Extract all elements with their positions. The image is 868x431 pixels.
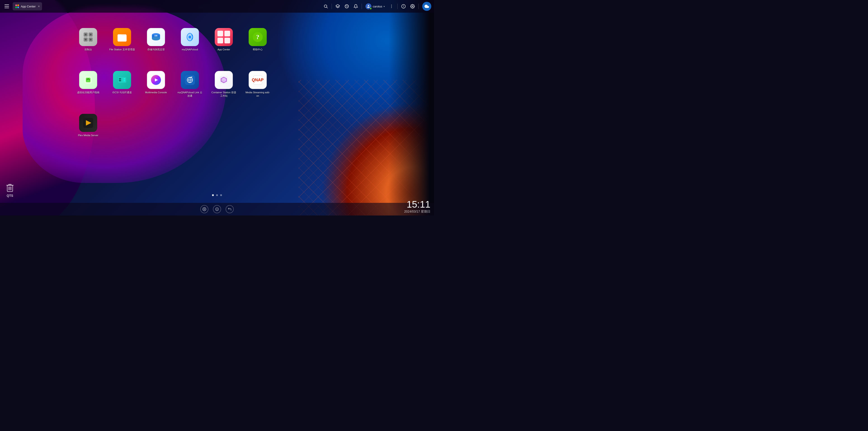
bottom-bar xyxy=(0,203,434,216)
user-menu[interactable]: + carolus ▾ xyxy=(364,2,386,10)
svg-point-56 xyxy=(215,208,219,211)
trash-icon xyxy=(4,182,16,193)
hamburger-line-2 xyxy=(4,6,9,6)
hamburger-menu-button[interactable] xyxy=(3,2,11,10)
app-item-file-station[interactable]: File Station 文件管理器 xyxy=(106,26,138,67)
app-label-file-station: File Station 文件管理器 xyxy=(109,48,135,51)
app-item-container[interactable]: Container Station 容器工作站 xyxy=(208,69,240,110)
app-label-myqnap-link: myQNAPcloud Link 云连通 xyxy=(176,91,204,98)
grid-cell-3 xyxy=(16,6,17,8)
svg-point-27 xyxy=(188,36,191,38)
bottom-face-icon xyxy=(215,207,219,211)
svg-point-19 xyxy=(85,39,87,40)
bottom-back-icon xyxy=(228,207,232,211)
svg-point-25 xyxy=(152,37,160,40)
bottom-icon-1[interactable] xyxy=(200,205,209,213)
app-grid: 控制台File Station 文件管理器DB存储与快照总管myQNAPclou… xyxy=(72,26,416,153)
divider-2 xyxy=(362,4,362,9)
app-label-virt-guide: 虚拟化功能用户指南 xyxy=(77,91,99,94)
app-center-tab[interactable]: App Center × xyxy=(13,2,42,10)
cloud-button[interactable] xyxy=(422,2,431,11)
info-button[interactable] xyxy=(399,2,408,10)
app-item-storage[interactable]: DB存储与快照总管 xyxy=(140,26,172,67)
svg-rect-32 xyxy=(118,77,126,83)
svg-point-5 xyxy=(368,5,369,6)
clock-date: 2024/03/17 星期日 xyxy=(404,210,430,214)
more-icon xyxy=(389,4,394,8)
app-label-container: Container Station 容器工作站 xyxy=(210,91,237,98)
app-item-myqnap-link[interactable]: myQNAPcloud Link 云连通 xyxy=(174,69,206,110)
divider-3 xyxy=(397,4,398,9)
app-label-plex: Plex Media Server xyxy=(78,134,98,137)
dock-dot-3[interactable] xyxy=(220,194,222,196)
notification-button[interactable] xyxy=(352,2,360,10)
app-label-myqnapcloud: myQNAPcloud xyxy=(182,48,198,51)
desktop: 控制台File Station 文件管理器DB存储与快照总管myQNAPclou… xyxy=(0,13,434,216)
user-plus-badge: + xyxy=(370,7,372,10)
app-label-app-center: App Center xyxy=(217,48,230,51)
svg-text:DB: DB xyxy=(155,35,158,37)
svg-point-0 xyxy=(324,5,327,7)
info-icon xyxy=(401,4,406,8)
search-icon xyxy=(323,4,328,8)
svg-marker-2 xyxy=(336,4,340,7)
activity-button[interactable] xyxy=(343,2,351,10)
layers-icon xyxy=(336,4,340,8)
app-item-control-panel[interactable]: 控制台 xyxy=(72,26,104,67)
svg-point-6 xyxy=(391,5,392,5)
hamburger-line-1 xyxy=(4,4,9,5)
app-item-virt-guide[interactable]: 虚拟化功能用户指南 xyxy=(72,69,104,110)
hamburger-line-3 xyxy=(4,8,9,8)
svg-point-55 xyxy=(204,209,205,210)
app-center-tab-icon-grid xyxy=(16,4,19,8)
dock-dot-1[interactable] xyxy=(212,194,214,196)
svg-line-1 xyxy=(327,7,328,8)
app-item-plex[interactable]: Plex Media Server xyxy=(72,112,104,153)
app-item-iscsi[interactable]: iSCSI 与光纤通道 xyxy=(106,69,138,110)
bottom-icon-3[interactable] xyxy=(225,205,234,213)
bell-icon xyxy=(353,4,358,8)
svg-point-18 xyxy=(90,34,92,35)
clock-time: 15:11 xyxy=(404,200,430,209)
clock-widget: 15:11 2024/03/17 星期日 xyxy=(404,200,430,214)
grid-cell-4 xyxy=(18,6,19,8)
bottom-icon-2[interactable] xyxy=(213,205,221,213)
gear-icon xyxy=(410,4,415,8)
tab-close-button[interactable]: × xyxy=(38,4,40,8)
svg-rect-34 xyxy=(119,80,121,81)
bottom-settings-icon xyxy=(202,207,206,211)
divider-1 xyxy=(332,4,332,9)
svg-point-36 xyxy=(124,80,125,81)
svg-point-12 xyxy=(412,6,413,7)
svg-point-7 xyxy=(391,6,392,7)
svg-point-35 xyxy=(124,78,125,79)
svg-rect-33 xyxy=(119,78,121,79)
dock-page-dots xyxy=(0,194,434,196)
app-item-help[interactable]: ?帮助中心 xyxy=(242,26,274,67)
app-label-iscsi: iSCSI 与光纤通道 xyxy=(112,91,132,94)
taskbar-right: + carolus ▾ xyxy=(322,2,431,11)
layers-button[interactable] xyxy=(334,2,342,10)
app-item-media-streaming[interactable]: QNAPMedia Streaming add-on xyxy=(242,69,274,110)
taskbar: App Center × xyxy=(0,0,434,13)
svg-point-20 xyxy=(90,39,92,40)
svg-point-17 xyxy=(85,34,87,35)
user-name-label: carolus xyxy=(373,5,382,8)
grid-cell-2 xyxy=(18,4,19,6)
settings-button[interactable] xyxy=(408,2,416,10)
svg-text:?: ? xyxy=(256,33,259,40)
tab-label: App Center xyxy=(21,5,36,8)
dock-dot-2[interactable] xyxy=(216,194,218,196)
more-options-button[interactable] xyxy=(388,2,396,10)
app-item-multimedia[interactable]: Multimedia Console xyxy=(140,69,172,110)
search-button[interactable] xyxy=(322,2,330,10)
app-label-multimedia: Multimedia Console xyxy=(145,91,167,94)
activity-icon xyxy=(344,4,349,8)
app-item-app-center[interactable]: App Center xyxy=(208,26,240,67)
user-avatar: + xyxy=(366,3,371,9)
app-item-myqnapcloud[interactable]: myQNAPcloud xyxy=(174,26,206,67)
app-label-control-panel: 控制台 xyxy=(85,48,92,51)
app-label-help: 帮助中心 xyxy=(253,48,263,51)
app-label-storage: 存储与快照总管 xyxy=(147,48,165,51)
grid-cell-1 xyxy=(16,4,17,6)
